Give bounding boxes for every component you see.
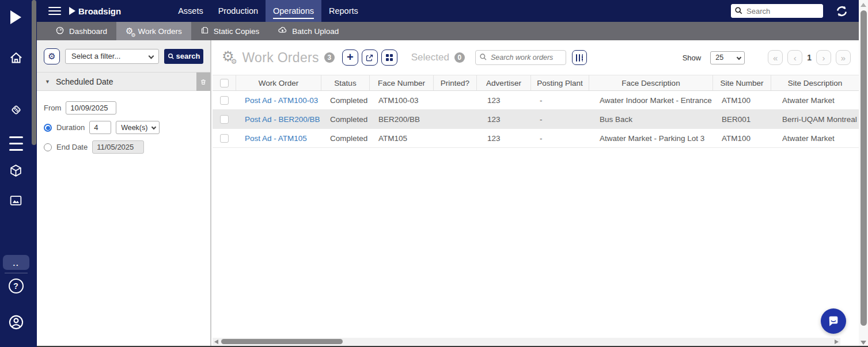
cell-work_order[interactable]: Post Ad - ATM100-03 — [236, 96, 321, 105]
work-orders-header: ⚙⚙ Work Orders 3 + Selected 0 — [213, 40, 859, 75]
page-title: Work Orders — [242, 50, 319, 66]
cell-face_description: Awater Indoor Market - Entrance — [589, 96, 712, 105]
search-icon — [734, 6, 743, 17]
cell-posting_plant: - — [530, 96, 589, 105]
handshake-icon[interactable] — [0, 102, 32, 117]
first-page-button[interactable]: « — [768, 50, 783, 65]
row-checkbox[interactable] — [220, 96, 229, 105]
column-header-site_number[interactable]: Site Number — [712, 75, 771, 90]
scroll-left-arrow-icon[interactable] — [214, 340, 218, 344]
brand-play-icon — [69, 7, 75, 15]
search-icon — [479, 53, 487, 63]
grid-view-button[interactable] — [381, 49, 397, 66]
hamburger-menu-icon[interactable] — [48, 5, 61, 17]
home-icon[interactable] — [0, 51, 32, 66]
scheduled-date-section-body: From Duration Week(s) End Date — [37, 91, 210, 154]
select-all-cell — [213, 75, 236, 90]
row-checkbox[interactable] — [220, 115, 229, 124]
column-header-face_description[interactable]: Face Description — [589, 75, 712, 90]
duration-unit-select[interactable]: Week(s) — [116, 121, 160, 134]
pagination: « ‹ 1 › » — [768, 50, 851, 65]
column-header-face_number[interactable]: Face Number — [369, 75, 433, 90]
collapse-triangle-icon[interactable]: ▼ — [45, 79, 50, 85]
account-icon[interactable] — [0, 314, 32, 330]
cell-status: Completed — [321, 115, 369, 124]
vertical-scrollbar[interactable] — [859, 0, 868, 347]
scheduled-date-section-header[interactable]: ▼ Scheduled Date — [37, 73, 210, 91]
filter-search-button[interactable]: search — [164, 49, 203, 64]
rail-scrollbar-thumb[interactable] — [32, 0, 36, 145]
vertical-scrollbar-thumb[interactable] — [861, 10, 867, 326]
column-header-advertiser[interactable]: Advertiser — [476, 75, 530, 90]
chat-bubble-button[interactable] — [821, 308, 846, 334]
broadsign-brand[interactable]: Broadsign — [69, 6, 121, 16]
tab-reports[interactable]: Reports — [321, 0, 366, 22]
duration-radio[interactable] — [44, 124, 52, 132]
cell-work_order[interactable]: Post Ad - ATM105 — [236, 134, 321, 143]
global-search — [731, 4, 823, 18]
rail-more-item[interactable]: .. — [3, 255, 29, 270]
column-header-posting_plant[interactable]: Posting Plant — [530, 75, 589, 90]
subnav-item-dashboard[interactable]: Dashboard — [46, 22, 116, 40]
page-size-select[interactable]: 25 — [710, 51, 745, 64]
scroll-up-arrow-icon[interactable] — [861, 3, 866, 7]
subnav-item-work-orders[interactable]: ⚙⚙Work Orders — [116, 22, 191, 40]
left-icon-rail: .. ? — [0, 0, 37, 347]
horizontal-scrollbar-thumb[interactable] — [221, 339, 343, 344]
last-page-button[interactable]: » — [836, 50, 851, 65]
work-orders-search-input[interactable] — [475, 50, 566, 65]
section-title: Scheduled Date — [56, 77, 113, 86]
tab-assets[interactable]: Assets — [170, 0, 211, 22]
table-row[interactable]: Post Ad - BER200/BBCompletedBER200/BB123… — [213, 110, 859, 129]
current-page-number: 1 — [807, 53, 812, 62]
row-checkbox-cell — [213, 134, 236, 143]
cell-advertiser: 123 — [476, 134, 530, 143]
tab-operations[interactable]: Operations — [266, 0, 321, 22]
column-header-site_description[interactable]: Site Description — [771, 75, 859, 90]
subnav-item-batch-upload[interactable]: Batch Upload — [268, 22, 348, 40]
chevron-down-icon — [151, 125, 156, 129]
subnav-item-label: Dashboard — [69, 27, 107, 36]
package-icon[interactable] — [0, 163, 32, 178]
filter-settings-button[interactable]: ⚙ — [44, 48, 60, 64]
column-header-work_order[interactable]: Work Order — [236, 75, 321, 90]
select-all-checkbox[interactable] — [220, 79, 229, 87]
tab-production[interactable]: Production — [211, 0, 266, 22]
broadsign-app-window: .. ? Broadsign AssetsProductionOperation… — [0, 0, 868, 347]
next-page-button[interactable]: › — [816, 50, 831, 65]
add-work-order-button[interactable]: + — [342, 49, 358, 66]
global-search-input[interactable] — [731, 4, 823, 18]
filter-toolbar: ⚙ Select a filter... search — [37, 40, 210, 73]
help-icon[interactable]: ? — [0, 279, 32, 293]
remove-filter-button[interactable] — [196, 73, 210, 91]
from-date-input[interactable] — [66, 101, 116, 115]
broadsign-play-logo-icon[interactable] — [0, 10, 32, 24]
refresh-icon[interactable] — [833, 3, 850, 19]
horizontal-scrollbar[interactable] — [213, 338, 840, 345]
column-settings-button[interactable] — [572, 50, 587, 65]
column-header-printed[interactable]: Printed? — [433, 75, 476, 90]
cell-status: Completed — [321, 134, 369, 143]
image-icon[interactable] — [0, 193, 32, 208]
subnav-item-static-copies[interactable]: Static Copies — [191, 22, 269, 40]
end-date-radio[interactable] — [44, 143, 52, 151]
list-icon[interactable] — [0, 134, 32, 153]
table-row[interactable]: Post Ad - ATM100-03CompletedATM100-03123… — [213, 91, 859, 110]
prev-page-button[interactable]: ‹ — [787, 50, 802, 65]
cell-advertiser: 123 — [476, 96, 530, 105]
rail-divider — [5, 273, 28, 273]
filter-select[interactable]: Select a filter... — [65, 49, 159, 64]
scroll-right-arrow-icon[interactable] — [835, 340, 839, 344]
page-size-value: 25 — [715, 54, 723, 62]
scroll-down-arrow-icon[interactable] — [861, 341, 866, 345]
column-header-status[interactable]: Status — [321, 75, 369, 90]
duration-value-input[interactable] — [89, 121, 111, 134]
end-date-input[interactable] — [92, 140, 144, 154]
row-checkbox[interactable] — [220, 134, 229, 143]
chevron-down-icon — [149, 53, 154, 59]
trash-icon — [200, 78, 207, 86]
export-button[interactable] — [362, 49, 378, 66]
table-row[interactable]: Post Ad - ATM105CompletedATM105123-Atwat… — [213, 129, 859, 148]
table-body: Post Ad - ATM100-03CompletedATM100-03123… — [213, 91, 859, 148]
cell-work_order[interactable]: Post Ad - BER200/BB — [236, 115, 321, 124]
